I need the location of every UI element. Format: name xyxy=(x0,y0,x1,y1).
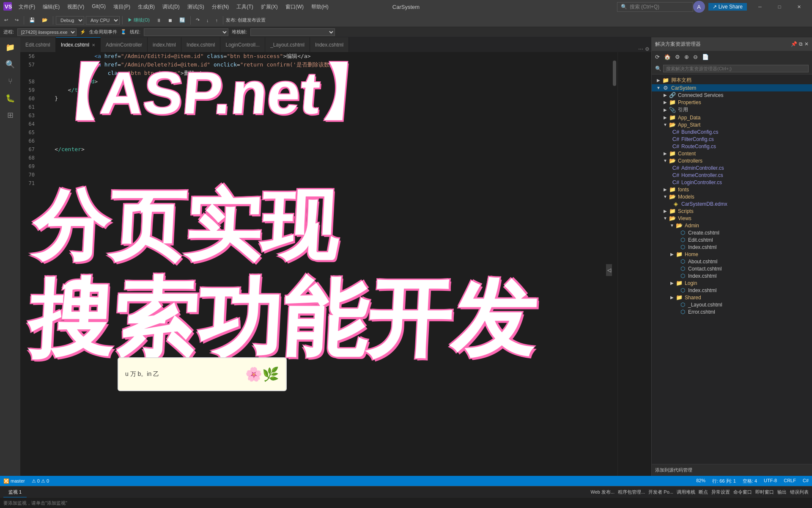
menu-project[interactable]: 项目(P) xyxy=(110,2,134,12)
tab-layout[interactable]: _Layout.cshtml xyxy=(265,37,310,52)
undo-button[interactable]: ↩ xyxy=(2,17,11,24)
bottom-developer[interactable]: 开发者 Po... xyxy=(648,489,673,495)
explorer-icon[interactable]: 📁 xyxy=(3,41,17,54)
cursor-position[interactable]: 行: 66 列: 1 xyxy=(712,478,736,484)
source-control-icon[interactable]: ⑂ xyxy=(3,75,17,88)
bottom-breakpoints[interactable]: 断点 xyxy=(699,489,708,495)
tab-index-cshtml-2[interactable]: Index.cshtml xyxy=(181,37,220,52)
tree-item-logincontroller[interactable]: C# LoginController.cs xyxy=(652,179,812,186)
bottom-callstack[interactable]: 调用堆栈 xyxy=(677,489,695,495)
open-button[interactable]: 📂 xyxy=(39,17,50,24)
stop-button[interactable]: ⏹ xyxy=(165,17,175,24)
solution-close-icon[interactable]: ✕ xyxy=(804,41,809,47)
sol-expand-icon[interactable]: ⊕ xyxy=(683,53,691,61)
vertical-scrollbar-track[interactable] xyxy=(612,52,617,476)
thread-select[interactable] xyxy=(144,28,228,36)
tree-item-login[interactable]: ▶ 📁 Login xyxy=(652,279,812,287)
tree-item-connected[interactable]: ▶ 🔗 Connected Services xyxy=(652,91,812,99)
solution-pin-icon[interactable]: 📌 xyxy=(791,41,797,47)
tree-item-fonts[interactable]: ▶ 📁 fonts xyxy=(652,186,812,193)
menu-file[interactable]: 文件(F) xyxy=(15,2,38,12)
search-icon-act[interactable]: 🔍 xyxy=(3,58,17,71)
tree-item-admin[interactable]: ▼ 📂 Admin xyxy=(652,222,812,229)
bottom-command[interactable]: 命令窗口 xyxy=(733,489,752,495)
tree-item-edit-cshtml[interactable]: ⬡ Edit.cshtml xyxy=(652,236,812,243)
menu-tools[interactable]: 工具(T) xyxy=(233,2,256,12)
maximize-button[interactable]: □ xyxy=(770,0,789,14)
tree-item-layout[interactable]: ⬡ _Layout.cshtml xyxy=(652,301,812,308)
tree-item-edmx[interactable]: ◈ CarSystemDB.edmx xyxy=(652,200,812,207)
tree-item-error[interactable]: ⬡ Error.cshtml xyxy=(652,308,812,315)
vertical-scrollbar-thumb[interactable] xyxy=(613,61,616,86)
error-count[interactable]: ⚠ 0 ⚠ 0 xyxy=(32,478,49,484)
bottom-error-list[interactable]: 错误列表 xyxy=(790,489,809,495)
bottom-output[interactable]: 输出 xyxy=(777,489,787,495)
start-button[interactable]: ▶ 继续(O) xyxy=(125,16,152,24)
sol-sync-icon[interactable]: ⟳ xyxy=(653,53,661,61)
extensions-icon[interactable]: ⊞ xyxy=(3,108,17,122)
tree-item-homecontroller[interactable]: C# HomeController.cs xyxy=(652,171,812,179)
minimize-button[interactable]: ─ xyxy=(750,0,770,14)
tree-item-views[interactable]: ▼ 📂 Views xyxy=(652,215,812,222)
tree-item-routeconfig[interactable]: C# RouteConfig.cs xyxy=(652,143,812,150)
git-branch[interactable]: 🔀 master xyxy=(3,478,25,484)
step-over-button[interactable]: ↷ xyxy=(193,17,202,24)
tree-item-references[interactable]: ▶ 📎 引用 xyxy=(652,106,812,114)
encoding-indicator[interactable]: UTF-8 xyxy=(764,478,777,484)
tree-item-index-cshtml-admin[interactable]: ⬡ Index.cshtml xyxy=(652,243,812,251)
titlebar-search[interactable]: 搜索 (Ctrl+Q) xyxy=(630,3,659,11)
step-out-button[interactable]: ↑ xyxy=(213,17,220,24)
solution-search-input[interactable] xyxy=(663,65,809,72)
sol-collapse-icon[interactable]: ⊖ xyxy=(691,53,700,61)
step-into-button[interactable]: ↓ xyxy=(204,17,211,24)
menu-window[interactable]: 窗口(W) xyxy=(282,2,307,12)
menu-test[interactable]: 测试(S) xyxy=(184,2,208,12)
live-share-button[interactable]: ↗ Live Share xyxy=(708,3,747,11)
tree-item-shared[interactable]: ▶ 📁 Shared xyxy=(652,294,812,301)
menu-edit[interactable]: 编辑(E) xyxy=(39,2,63,12)
bottom-exception[interactable]: 异常设置 xyxy=(711,489,730,495)
tree-item-index-login[interactable]: ⬡ Index.cshtml xyxy=(652,287,812,294)
bottom-web-publish[interactable]: Web 发布... xyxy=(590,489,614,495)
debug-icon[interactable]: 🐛 xyxy=(3,91,17,105)
tree-item-scripts[interactable]: ▶ 📁 脚本文档 xyxy=(652,76,812,84)
tree-item-appdata[interactable]: ▶ 📁 App_Data xyxy=(652,114,812,121)
tabs-overflow-icon[interactable]: ⋯ xyxy=(638,46,643,52)
tree-item-controllers[interactable]: ▼ 📂 Controllers xyxy=(652,157,812,164)
language-indicator[interactable]: C# xyxy=(803,478,809,484)
tab-login-controller[interactable]: LoginControll... xyxy=(220,37,265,52)
tree-item-filterconfig[interactable]: C# FilterConfig.cs xyxy=(652,135,812,143)
solution-float-icon[interactable]: ⧉ xyxy=(799,41,803,47)
add-source-control-label[interactable]: 添加到源代码管理 xyxy=(655,467,692,473)
sol-filter-icon[interactable]: ⚙ xyxy=(673,53,682,61)
cpu-select[interactable]: Any CPU xyxy=(86,16,120,25)
pause-button[interactable]: ⏸ xyxy=(154,17,164,24)
spaces-indicator[interactable]: 空格: 4 xyxy=(743,478,757,484)
bottom-immediate[interactable]: 即时窗口 xyxy=(755,489,774,495)
process-select[interactable]: [27420] iisexpress.exe xyxy=(17,28,77,36)
tree-item-properties[interactable]: ▶ 📁 Properties xyxy=(652,99,812,106)
sol-newfile-icon[interactable]: 📄 xyxy=(700,53,710,61)
user-avatar[interactable]: A xyxy=(693,1,705,13)
tab-index-cshtml-3[interactable]: Index.cshtml xyxy=(310,37,349,52)
watch-tab[interactable]: 监视 1 xyxy=(3,487,27,497)
tree-item-content[interactable]: ▶ 📁 Content xyxy=(652,150,812,157)
line-ending-indicator[interactable]: CRLF xyxy=(784,478,796,484)
menu-help[interactable]: 帮助(H) xyxy=(308,2,332,12)
gutter-expand-button[interactable]: ◁ xyxy=(606,264,612,276)
code-editor[interactable]: 56 <a href="/Admin/Edit?id=@item.id" cla… xyxy=(20,52,651,476)
redo-button[interactable]: ↪ xyxy=(12,17,21,24)
bottom-package-manager[interactable]: 程序包管理... xyxy=(618,489,645,495)
menu-view[interactable]: 视图(V) xyxy=(64,2,88,12)
zoom-level[interactable]: 82% xyxy=(696,478,705,484)
menu-debug[interactable]: 调试(D) xyxy=(159,2,183,12)
menu-extensions[interactable]: 扩展(X) xyxy=(258,2,281,12)
tab-close-icon[interactable]: ✕ xyxy=(92,43,95,47)
close-button[interactable]: ✕ xyxy=(789,0,809,14)
menu-git[interactable]: Git(G) xyxy=(88,2,109,12)
tab-edit-cshtml[interactable]: Edit.cshtml xyxy=(20,37,56,52)
menu-analyze[interactable]: 分析(N) xyxy=(208,2,233,12)
tree-item-admincontroller[interactable]: C# AdminController.cs xyxy=(652,164,812,171)
tree-item-carsystem[interactable]: ▼ ⚙ CarSystem xyxy=(652,84,812,91)
restart-button[interactable]: 🔄 xyxy=(177,17,188,24)
